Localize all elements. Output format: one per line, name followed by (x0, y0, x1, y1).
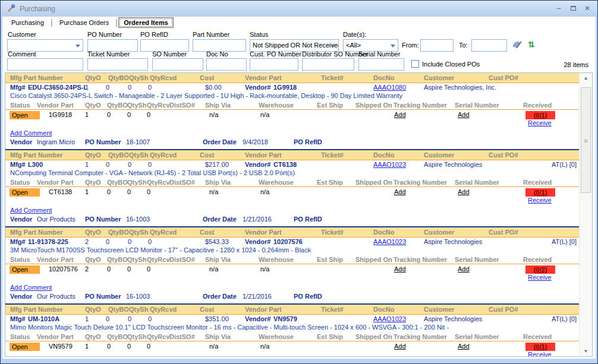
vertical-scrollbar[interactable]: ▲ ≡ ▼ (579, 73, 592, 356)
item-po-row: Vendor Our Products PO Number 16-1003 Or… (5, 216, 579, 224)
item-main-row: Mfg# 11-91378-225 2 0 0 0 $543.33 Vendor… (5, 238, 579, 246)
scroll-down-button[interactable]: ▼ (580, 346, 592, 356)
received-badge[interactable]: (0/2) (525, 265, 555, 274)
add-serial-link[interactable]: Add (458, 188, 470, 195)
order-date-value: 1/21/2016 (243, 216, 272, 223)
include-closed-pos-label: Include Closed POs (422, 61, 480, 68)
status-label: Status (250, 31, 268, 38)
col-header: QtyRcvd (150, 229, 177, 236)
status-select-value: Not Shipped OR Not Received (253, 42, 339, 49)
line-warehouse: n/a (260, 343, 269, 350)
status-badge: Open (10, 343, 40, 351)
scroll-up-button[interactable]: ▲ (580, 73, 592, 83)
sub-col-header: Vendor Part (37, 256, 74, 263)
col-header: Vendor Part (245, 151, 282, 159)
ticket-number-input[interactable] (87, 58, 148, 71)
tab-purchasing[interactable]: Purchasing (5, 18, 50, 27)
po-number-label: PO Number (87, 31, 122, 38)
customer-select[interactable] (7, 39, 83, 52)
po-refid-label: PO RefID (294, 138, 322, 145)
sub-col-header: Shipped On (355, 333, 392, 340)
receive-link[interactable]: Receive (528, 351, 552, 356)
line-qty-received: 0 (147, 343, 150, 350)
po-number-input[interactable] (87, 39, 138, 52)
vendor-name: Our Products (37, 293, 75, 300)
dropdown-arrow-icon (331, 45, 336, 48)
item-description-row: Cisco Catalyst 3650-24PS-L Switch - Mana… (5, 92, 579, 101)
status-badge: Open (10, 188, 40, 197)
received-count-link[interactable]: (0/2) (534, 266, 547, 273)
received-count-link[interactable]: (0/1) (534, 343, 547, 350)
part-number-input[interactable] (193, 39, 246, 52)
from-date-input[interactable] (420, 39, 454, 52)
scrollbar-thumb[interactable]: ≡ (581, 87, 591, 193)
tab-separator (116, 19, 117, 27)
col-header: Cust PO# (489, 306, 518, 313)
receive-link[interactable]: Receive (528, 119, 552, 126)
item-subheader-row: Status Vendor Part QtyO QtyBO QtySh QtyR… (5, 178, 579, 187)
to-date-input[interactable] (471, 39, 507, 52)
tab-ordered-items[interactable]: Ordered Items (118, 17, 174, 28)
status-select[interactable]: Not Shipped OR Not Received (250, 39, 339, 52)
add-serial-link[interactable]: Add (458, 111, 470, 118)
receive-link[interactable]: Receive (528, 197, 552, 204)
status-badge: Open (10, 111, 40, 119)
add-tracking-link[interactable]: Add (394, 188, 406, 195)
col-header: Customer (424, 74, 454, 81)
col-header: QtyO (85, 151, 101, 159)
receive-link[interactable]: Receive (528, 274, 552, 281)
ordered-items-list-box: Mfg Part Number QtyO QtyBO QtySh QtyRcvd… (5, 72, 593, 357)
minimize-button[interactable]: – (553, 3, 564, 14)
to-label: To: (459, 42, 468, 49)
dates-select[interactable]: <All> (343, 39, 398, 52)
item-header-row: Mfg Part Number QtyO QtyBO QtySh QtyRcvd… (5, 73, 579, 83)
sub-col-header: Vendor Part (37, 102, 74, 109)
line-qty-shipped: 0 (127, 111, 131, 118)
add-comment-link[interactable]: Add Comment (10, 207, 52, 214)
doc-no-link[interactable]: AAAO1023 (373, 315, 406, 322)
received-badge[interactable]: (0/1) (525, 111, 555, 119)
cust-po-input[interactable] (250, 58, 298, 71)
refresh-icon[interactable]: ⇅ (528, 40, 535, 49)
col-header: QtyO (85, 229, 101, 236)
add-comment-link[interactable]: Add Comment (10, 129, 52, 137)
received-count-link[interactable]: (0/1) (534, 189, 547, 196)
received-badge[interactable]: (0/1) (525, 188, 555, 197)
item-line-row: Open CT6138 1 0 0 0 n/a n/a Add Add (0/1… (5, 187, 579, 197)
include-closed-pos-checkbox[interactable] (411, 60, 419, 68)
received-count-link[interactable]: (0/1) (534, 112, 547, 119)
tab-purchase-orders[interactable]: Purchase Orders (53, 18, 115, 27)
doc-no-input[interactable] (206, 58, 247, 71)
line-warehouse: n/a (260, 265, 269, 273)
doc-no-link[interactable]: AAAO1023 (373, 238, 406, 245)
line-qty-backorder: 0 (107, 343, 111, 350)
comment-label: Comment (8, 50, 36, 58)
titlebar: Purchasing – ✕ (1, 1, 597, 17)
serial-number-input[interactable] (358, 58, 404, 71)
distributor-so-input[interactable] (302, 58, 354, 71)
col-header: Vendor Part (245, 229, 282, 236)
sub-col-header: QtySh (127, 333, 146, 340)
add-tracking-link[interactable]: Add (394, 343, 406, 350)
po-refid-input[interactable] (140, 39, 189, 52)
close-button[interactable]: ✕ (582, 3, 593, 14)
qty-received: 0 (148, 161, 152, 168)
add-tracking-link[interactable]: Add (394, 265, 406, 273)
add-comment-link[interactable]: Add Comment (10, 284, 52, 291)
received-badge[interactable]: (0/1) (525, 343, 555, 351)
doc-no-link[interactable]: AAAO1023 (373, 161, 406, 168)
add-serial-link[interactable]: Add (458, 343, 470, 350)
doc-no-link[interactable]: AAAO1080 (373, 84, 406, 91)
ordered-item-block: Mfg Part Number QtyO QtyBO QtySh QtyRcvd… (5, 73, 579, 150)
po-number-value: 16-1003 (126, 293, 150, 300)
line-ship-via: n/a (209, 188, 218, 195)
col-header: Customer (424, 151, 454, 159)
clear-filter-icon[interactable] (511, 39, 523, 52)
comment-input[interactable] (7, 58, 83, 71)
add-tracking-link[interactable]: Add (394, 111, 406, 118)
add-serial-link[interactable]: Add (458, 265, 470, 273)
maximize-button[interactable] (568, 3, 578, 14)
vendor-name: Our Products (37, 216, 75, 223)
items-list: Mfg Part Number QtyO QtyBO QtySh QtyRcvd… (5, 73, 579, 356)
so-number-input[interactable] (152, 58, 203, 71)
